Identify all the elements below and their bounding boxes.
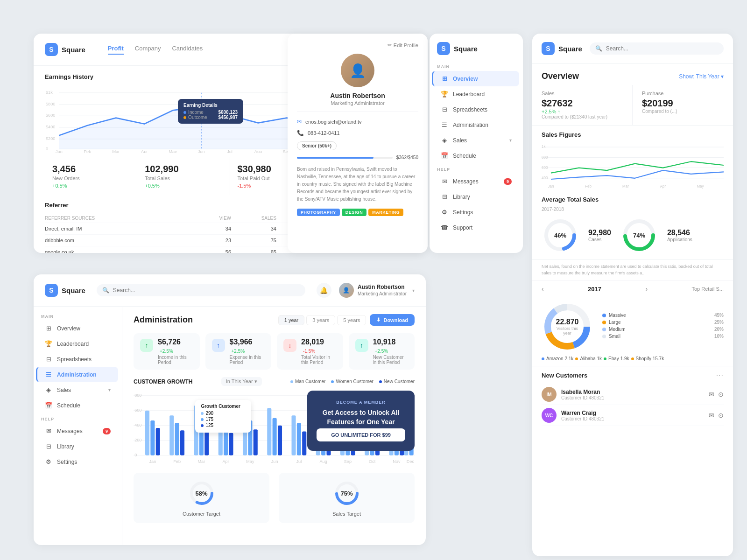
svg-rect-75	[273, 418, 277, 455]
sidebar-item-support[interactable]: ☎ Support	[433, 220, 519, 235]
company-alibaba: Alibaba 1k	[575, 356, 602, 361]
search-input[interactable]	[113, 287, 300, 294]
edit-profile-button[interactable]: ✏ Edit Profile	[388, 42, 418, 48]
metric-expense: ↑ $3,966 +2.5% Expense in this Period	[205, 333, 272, 370]
sidebar-item-administration[interactable]: ☰ Administration	[433, 117, 519, 133]
logo-text: Square	[558, 45, 582, 53]
new-cust-value: 10,918	[373, 338, 396, 346]
email-action-icon[interactable]: ✉	[709, 391, 714, 398]
avatar: 👤	[339, 283, 354, 298]
next-year-button[interactable]: ›	[645, 285, 648, 293]
svg-rect-79	[302, 431, 306, 455]
tab-profit[interactable]: Profit	[108, 45, 124, 55]
big-donut-subtitle: Visitors this year	[555, 326, 580, 336]
analytics-search[interactable]: 🔍	[590, 42, 724, 55]
spreadsheets-icon: ⊟	[441, 106, 448, 113]
prev-year-button[interactable]: ‹	[542, 285, 544, 293]
metric-change: +2.5% ↑	[542, 109, 623, 114]
search-icon: 🔍	[102, 287, 109, 294]
tab-3years[interactable]: 3 years	[306, 315, 335, 325]
sidebar-item-overview[interactable]: ⊞ Overview	[37, 321, 118, 336]
metric-compare: Compared to ($21340 last year)	[542, 114, 623, 119]
sidebar-item-spreadsheets[interactable]: ⊟ Spreadsheets	[433, 102, 519, 117]
download-button[interactable]: ⬇ Download	[370, 314, 415, 326]
dot	[542, 357, 544, 360]
sidebar-item-settings[interactable]: ⚙ Settings	[37, 454, 118, 469]
sales-icon: ◈	[441, 137, 448, 144]
svg-text:Apr: Apr	[141, 149, 148, 153]
customer-id: Customer ID:480321	[561, 395, 704, 400]
promo-badge: BECOME A MEMBER	[317, 400, 405, 405]
user-chip[interactable]: 👤 Austin Robertson Marketing Administrat…	[339, 283, 415, 298]
tab-candidates[interactable]: Candidates	[172, 45, 203, 55]
sidebar-item-messages[interactable]: ✉ Messages 9	[433, 174, 519, 189]
sidebar-item-library[interactable]: ⊟ Library	[37, 439, 118, 454]
company-badges: Amazon 2.1k Alibaba 1k Ebay 1.9k Shopify…	[532, 356, 733, 366]
legend-dot	[602, 328, 606, 331]
dot	[631, 357, 634, 360]
bookmark-action-icon[interactable]: ⊙	[718, 391, 724, 398]
cg-period-selector[interactable]: In This Year ▾	[221, 377, 262, 386]
search-input[interactable]	[606, 45, 718, 52]
sidebar-item-spreadsheets[interactable]: ⊟ Spreadsheets	[37, 351, 118, 367]
sidebar-main-label: MAIN	[34, 310, 122, 321]
svg-rect-60	[150, 420, 155, 455]
promo-cta-button[interactable]: GO UNLIMITED FOR $99	[317, 428, 405, 441]
profile-details: ✉ enos.bogisich@orland.tv 📞 083-412-0411…	[288, 112, 428, 223]
svg-text:Apr: Apr	[223, 459, 229, 464]
bookmark-action-icon[interactable]: ⊙	[718, 412, 724, 419]
notification-icon[interactable]: 🔔	[317, 283, 331, 298]
sidebar-item-sales[interactable]: ◈ Sales ▾	[433, 133, 519, 148]
tab-5years[interactable]: 5 years	[337, 315, 366, 325]
legend-dot	[379, 380, 382, 383]
show-period-selector[interactable]: Show: This Year ▾	[679, 73, 724, 80]
metric-value: $20199	[642, 98, 724, 109]
sidebar-item-label: Leaderboard	[453, 91, 485, 98]
admin-search[interactable]: 🔍	[97, 284, 305, 296]
sidebar-item-leaderboard[interactable]: 🏆 Leaderboard	[433, 86, 519, 102]
company-ebay: Ebay 1.9k	[604, 356, 629, 361]
chevron-down-icon: ▾	[412, 288, 415, 293]
leaderboard-icon: 🏆	[45, 340, 52, 347]
sidebar-item-messages[interactable]: ✉ Messages 9	[37, 423, 118, 439]
svg-rect-69	[224, 426, 228, 455]
sidebar-item-label: Settings	[453, 209, 473, 216]
svg-rect-70	[229, 433, 233, 455]
sidebar-item-administration[interactable]: ☰ Administration	[36, 367, 118, 382]
sidebar-item-sales[interactable]: ◈ Sales ▾	[37, 382, 118, 398]
customer-name: Warren Craig	[561, 410, 704, 416]
sidebar-item-overview[interactable]: ⊞ Overview	[432, 71, 519, 86]
target-label: Customer Target	[140, 511, 263, 517]
tab-company[interactable]: Company	[135, 45, 161, 55]
sidebar-item-leaderboard[interactable]: 🏆 Leaderboard	[37, 336, 118, 351]
new-customers-section: New Customers ··· IM Isabella Moran Cust…	[532, 366, 733, 431]
more-button[interactable]: ···	[716, 371, 724, 379]
customer-id: Customer ID:480321	[561, 416, 704, 421]
sidebar-item-schedule[interactable]: 📅 Schedule	[433, 148, 519, 163]
spreadsheets-icon: ⊟	[45, 356, 52, 363]
sidebar-item-schedule[interactable]: 📅 Schedule	[37, 398, 118, 413]
legend-massive: Massive 45%	[602, 313, 724, 318]
expense-value: $3,966	[230, 338, 253, 346]
target-label: Sales Target	[285, 511, 408, 517]
tab-1year[interactable]: 1 year	[278, 315, 305, 325]
sidebar-main-label: MAIN	[430, 61, 523, 71]
expense-change: +2.5%	[232, 349, 245, 354]
progress-label: $362/$450	[396, 155, 418, 160]
sidebar-item-label: Settings	[57, 459, 77, 465]
svg-rect-62	[169, 415, 174, 455]
sidebar-item-library[interactable]: ⊟ Library	[433, 189, 519, 204]
help-label: HELP	[34, 413, 122, 423]
customer-name: Isabella Moran	[561, 389, 704, 395]
logo-icon: S	[437, 42, 450, 55]
settings-icon: ⚙	[441, 209, 448, 216]
sales-figures: Sales Figures 1k 800 600 400 Jan Feb Mar…	[532, 126, 733, 194]
income-change: +2.5%	[160, 349, 173, 354]
sidebar-item-settings[interactable]: ⚙ Settings	[433, 204, 519, 220]
profile-avatar-section: 👤 Austin Robertson Marketing Administrat…	[288, 54, 428, 112]
email-action-icon[interactable]: ✉	[709, 412, 714, 419]
svg-text:$600: $600	[46, 112, 55, 118]
legend-dot	[602, 314, 606, 317]
sidebar-item-label: Administration	[453, 122, 488, 128]
seniority-badge: Senior (50k+)	[297, 141, 337, 150]
